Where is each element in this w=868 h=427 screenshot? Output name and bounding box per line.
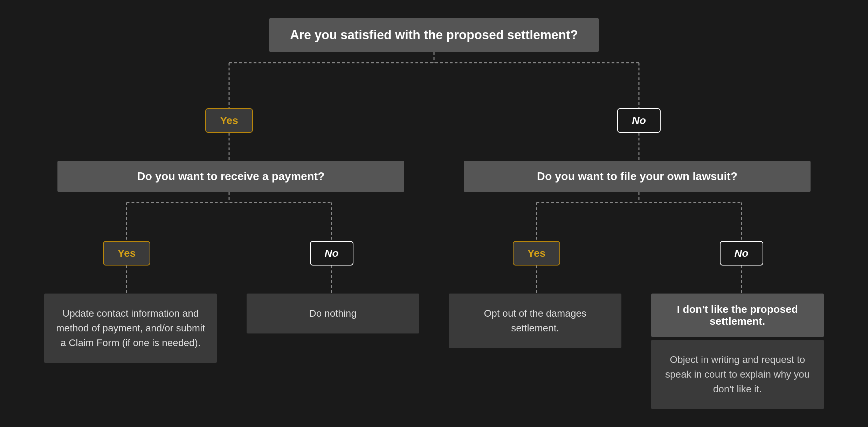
- right-question: Do you want to file your own lawsuit?: [464, 161, 811, 192]
- left-sub-no-badge: No: [310, 241, 353, 266]
- top-connector-svg: [24, 52, 844, 108]
- outcome-no-lawsuit-header: I don't like the proposed settlement.: [651, 294, 824, 337]
- outcome-no-lawsuit-body: Object in writing and request to speak i…: [651, 340, 824, 409]
- left-question: Do you want to receive a payment?: [57, 161, 404, 192]
- level4-connector-svg: [24, 266, 844, 294]
- top-question: Are you satisfied with the proposed sett…: [269, 18, 599, 52]
- outcome-yes-payment: Update contact information and method of…: [44, 294, 217, 363]
- flowchart: Are you satisfied with the proposed sett…: [24, 18, 844, 409]
- level2-connector-svg: [24, 133, 844, 161]
- right-no-badge: No: [617, 108, 661, 133]
- left-sub-yes-badge: Yes: [103, 241, 151, 266]
- outcome-yes-lawsuit: Opt out of the damages settlement.: [449, 294, 621, 348]
- left-yes-badge: Yes: [205, 108, 253, 133]
- right-sub-yes-badge: Yes: [513, 241, 560, 266]
- top-question-container: Are you satisfied with the proposed sett…: [24, 18, 844, 52]
- right-sub-no-badge: No: [720, 241, 763, 266]
- outcome-no-payment: Do nothing: [247, 294, 419, 333]
- level3-connector-svg: [24, 192, 844, 241]
